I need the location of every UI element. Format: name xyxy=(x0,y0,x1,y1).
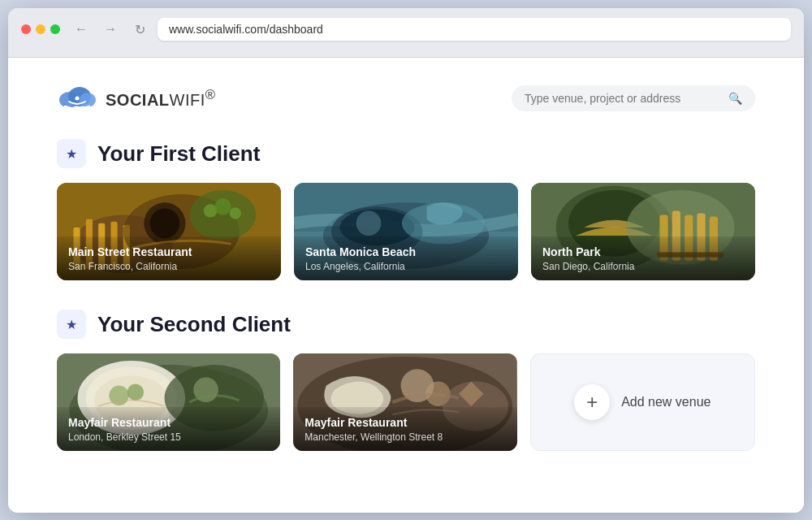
star-badge-first: ★ xyxy=(57,139,86,168)
address-bar[interactable] xyxy=(158,18,791,41)
client-header-second: ★ Your Second Client xyxy=(57,310,755,339)
venue-name-mayfair-manchester: Mayfair Restaurant xyxy=(304,415,505,430)
venue-name-north-park: North Park xyxy=(542,245,744,259)
logo-text: SOCIALWIFI® xyxy=(106,87,216,110)
add-venue-card[interactable]: + Add new venue xyxy=(530,353,755,451)
venue-name-santa-monica: Santa Monica Beach xyxy=(305,245,507,259)
svg-point-16 xyxy=(214,198,231,214)
venue-overlay-santa-monica: Santa Monica Beach Los Angeles, Californ… xyxy=(294,236,518,280)
svg-point-23 xyxy=(356,210,382,236)
venue-name-mayfair-london: Mayfair Restaurant xyxy=(68,415,269,430)
venues-grid-first: Main Street Restaurant San Francisco, Ca… xyxy=(57,183,755,280)
venue-location-santa-monica: Los Angeles, California xyxy=(305,261,507,272)
client-title-first: Your First Client xyxy=(97,141,260,167)
maximize-button[interactable] xyxy=(50,24,60,34)
venue-card-north-park[interactable]: North Park San Diego, California xyxy=(531,183,755,280)
search-input[interactable] xyxy=(525,92,722,105)
venue-overlay-mayfair-london: Mayfair Restaurant London, Berkley Stree… xyxy=(57,407,280,451)
venues-grid-second: Mayfair Restaurant London, Berkley Stree… xyxy=(57,353,755,451)
svg-point-17 xyxy=(230,207,241,219)
client-section-first: ★ Your First Client xyxy=(57,139,755,280)
traffic-lights xyxy=(21,24,60,34)
site-header: SOCIALWIFI® 🔍 xyxy=(57,82,755,115)
add-venue-plus-icon: + xyxy=(574,384,610,420)
venue-location-mayfair-manchester: Manchester, Wellington Street 8 xyxy=(304,431,505,443)
search-icon: 🔍 xyxy=(728,92,742,105)
client-section-second: ★ Your Second Client xyxy=(57,310,755,451)
page-content: SOCIALWIFI® 🔍 ★ Your First Client xyxy=(8,58,804,513)
venue-card-santa-monica[interactable]: Santa Monica Beach Los Angeles, Californ… xyxy=(294,183,518,280)
venue-name-main-street: Main Street Restaurant xyxy=(68,245,270,259)
venue-card-mayfair-manchester[interactable]: Mayfair Restaurant Manchester, Wellingto… xyxy=(293,353,516,451)
search-bar: 🔍 xyxy=(512,85,755,111)
svg-point-3 xyxy=(76,97,80,101)
venue-overlay-mayfair-manchester: Mayfair Restaurant Manchester, Wellingto… xyxy=(293,407,516,451)
reload-button[interactable]: ↻ xyxy=(128,18,151,41)
svg-point-13 xyxy=(149,208,179,238)
venue-overlay-north-park: North Park San Diego, California xyxy=(531,236,755,280)
minimize-button[interactable] xyxy=(36,24,45,34)
venue-overlay-main-street: Main Street Restaurant San Francisco, Ca… xyxy=(57,236,281,280)
browser-window: ← → ↻ SOCIALWIFI® xyxy=(8,8,804,513)
star-badge-second: ★ xyxy=(57,310,86,339)
venue-card-main-street[interactable]: Main Street Restaurant San Francisco, Ca… xyxy=(57,183,281,280)
logo-area: SOCIALWIFI® xyxy=(57,82,216,115)
browser-controls: ← → ↻ xyxy=(21,18,791,41)
forward-button[interactable]: → xyxy=(99,18,122,41)
venue-location-mayfair-london: London, Berkley Street 15 xyxy=(68,431,269,443)
add-venue-label: Add new venue xyxy=(621,395,710,410)
close-button[interactable] xyxy=(21,24,31,34)
venue-location-main-street: San Francisco, California xyxy=(68,261,270,272)
browser-chrome: ← → ↻ xyxy=(8,8,804,58)
back-button[interactable]: ← xyxy=(70,18,93,41)
logo-icon xyxy=(57,82,97,115)
venue-card-mayfair-london[interactable]: Mayfair Restaurant London, Berkley Stree… xyxy=(57,353,280,451)
client-title-second: Your Second Client xyxy=(97,312,291,337)
client-header-first: ★ Your First Client xyxy=(57,139,755,168)
venue-location-north-park: San Diego, California xyxy=(542,261,744,272)
svg-point-2 xyxy=(80,93,96,107)
svg-point-41 xyxy=(127,384,144,401)
